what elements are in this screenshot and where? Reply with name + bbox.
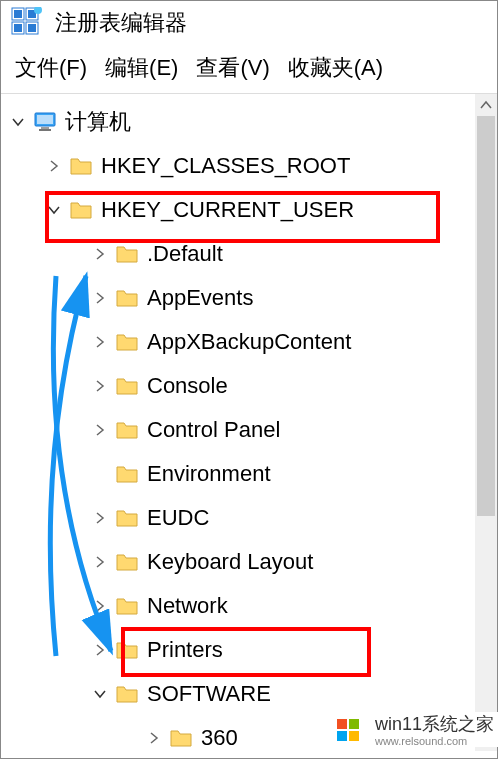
tree-label: HKEY_CURRENT_USER [101,197,354,223]
folder-icon [115,287,139,309]
svg-rect-13 [337,719,347,729]
folder-icon [115,375,139,397]
tree-label: SOFTWARE [147,681,271,707]
tree-node-console[interactable]: Console [1,364,475,408]
expander-icon[interactable] [91,644,109,656]
tree-label: AppEvents [147,285,253,311]
folder-icon [115,595,139,617]
watermark-logo-icon [335,715,365,745]
svg-rect-10 [37,115,53,124]
watermark-text: win11系统之家 www.relsound.com [375,712,500,747]
folder-icon [115,507,139,529]
folder-icon [115,243,139,265]
tree-node-default[interactable]: .Default [1,232,475,276]
regedit-icon [11,7,43,39]
titlebar: 注册表编辑器 [1,1,497,47]
tree-label: AppXBackupContent [147,329,351,355]
expander-icon[interactable] [45,160,63,172]
tree-label: Environment [147,461,271,487]
registry-editor-window: 注册表编辑器 文件(F) 编辑(E) 查看(V) 收藏夹(A) [0,0,498,759]
expander-icon[interactable] [91,336,109,348]
folder-icon [69,155,93,177]
tree-node-hkcr[interactable]: HKEY_CLASSES_ROOT [1,144,475,188]
svg-rect-16 [349,731,359,741]
expander-icon[interactable] [91,556,109,568]
svg-rect-7 [28,24,36,32]
tree-node-appevents[interactable]: AppEvents [1,276,475,320]
tree-node-network[interactable]: Network [1,584,475,628]
svg-rect-4 [14,10,22,18]
folder-icon [115,419,139,441]
menu-edit[interactable]: 编辑(E) [101,51,182,85]
menu-file[interactable]: 文件(F) [11,51,91,85]
expander-icon[interactable] [91,512,109,524]
expander-icon[interactable] [91,688,109,700]
tree-node-printers[interactable]: Printers [1,628,475,672]
folder-icon [115,463,139,485]
menu-view[interactable]: 查看(V) [192,51,273,85]
expander-icon[interactable] [145,732,163,744]
window-title: 注册表编辑器 [55,8,187,38]
folder-icon [169,727,193,749]
tree-node-computer[interactable]: 计算机 [1,100,475,144]
scrollbar-thumb[interactable] [477,116,495,516]
vertical-scrollbar[interactable] [475,94,497,751]
tree-node-hkcu[interactable]: HKEY_CURRENT_USER [1,188,475,232]
scroll-up-icon[interactable] [475,94,497,116]
expander-icon[interactable] [45,204,63,216]
tree-label: Network [147,593,228,619]
folder-icon [115,331,139,353]
tree-label: Control Panel [147,417,280,443]
tree-node-controlpanel[interactable]: Control Panel [1,408,475,452]
svg-rect-6 [14,24,22,32]
expander-icon[interactable] [91,248,109,260]
tree-label: EUDC [147,505,209,531]
expander-icon[interactable] [91,600,109,612]
folder-icon [115,551,139,573]
expander-icon[interactable] [91,424,109,436]
tree-node-keyboard[interactable]: Keyboard Layout [1,540,475,584]
tree-label: Keyboard Layout [147,549,313,575]
menu-favorites[interactable]: 收藏夹(A) [284,51,387,85]
tree-node-appxbackup[interactable]: AppXBackupContent [1,320,475,364]
expander-icon[interactable] [91,292,109,304]
svg-rect-12 [39,129,51,131]
svg-rect-15 [337,731,347,741]
tree-label: .Default [147,241,223,267]
folder-icon [115,683,139,705]
watermark-url: www.relsound.com [375,736,494,747]
tree-label: HKEY_CLASSES_ROOT [101,153,350,179]
tree-label: Printers [147,637,223,663]
watermark: win11系统之家 www.relsound.com [335,712,500,747]
watermark-brand: win11系统之家 [375,714,494,734]
menubar: 文件(F) 编辑(E) 查看(V) 收藏夹(A) [1,47,497,94]
folder-icon [115,639,139,661]
computer-icon [33,111,57,133]
svg-rect-11 [41,127,49,129]
svg-rect-14 [349,719,359,729]
registry-tree[interactable]: 计算机 HKEY_CLASSES_ROOT HKEY_CURRENT_USE [1,94,475,751]
tree-label: Console [147,373,228,399]
tree-label: 计算机 [65,107,131,137]
tree-node-environment[interactable]: Environment [1,452,475,496]
tree-node-software[interactable]: SOFTWARE [1,672,475,716]
expander-icon[interactable] [91,380,109,392]
folder-icon [69,199,93,221]
expander-icon[interactable] [9,116,27,128]
tree-label: 360 [201,725,238,751]
tree-container: 计算机 HKEY_CLASSES_ROOT HKEY_CURRENT_USE [1,94,497,751]
tree-node-eudc[interactable]: EUDC [1,496,475,540]
